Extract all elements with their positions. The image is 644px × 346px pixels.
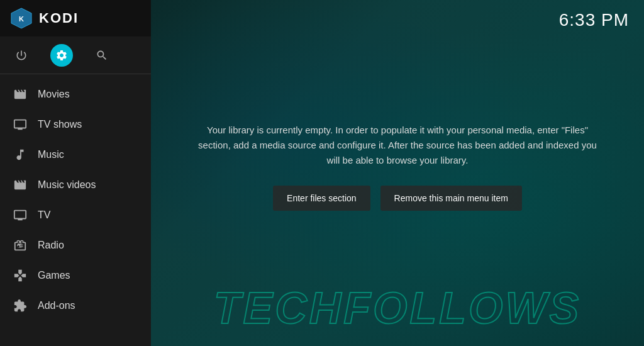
kodi-logo-icon: K [10,7,33,30]
sidebar-item-tv-label: TV [38,209,50,221]
music-videos-icon [13,177,28,193]
tv-icon [13,208,28,223]
search-button[interactable] [91,44,113,67]
action-buttons: Enter files section Remove this main men… [196,186,599,211]
watermark: TECHFOLLOWS [151,283,644,333]
app-title: KODI [39,10,79,26]
settings-button[interactable] [50,44,73,67]
svg-text:K: K [19,15,24,23]
sidebar-item-movies[interactable]: Movies [0,79,151,109]
movies-icon [13,87,28,102]
sidebar-header: K KODI [0,0,151,36]
sidebar-item-radio[interactable]: Radio [0,230,151,260]
games-icon [13,268,28,283]
music-icon [13,147,28,162]
sidebar-item-music-videos[interactable]: Music videos [0,170,151,200]
sidebar-item-radio-label: Radio [38,240,64,251]
sidebar-nav: Movies TV shows Music Music videos TV [0,74,151,346]
add-ons-icon [13,298,28,313]
sidebar-item-games[interactable]: Games [0,260,151,291]
main-content: 6:33 PM Your library is currently empty.… [151,0,644,346]
tv-shows-icon [13,117,28,132]
sidebar-item-music-videos-label: Music videos [38,179,96,191]
info-text: Your library is currently empty. In orde… [196,123,599,168]
sidebar-item-tv-shows-label: TV shows [38,119,82,130]
sidebar-item-tv[interactable]: TV [0,200,151,230]
time-display: 6:33 PM [559,10,629,30]
remove-menu-item-button[interactable]: Remove this main menu item [380,186,522,211]
sidebar-item-add-ons[interactable]: Add-ons [0,291,151,321]
sidebar-item-music-label: Music [38,149,64,160]
watermark-text: TECHFOLLOWS [214,284,581,333]
power-button[interactable] [10,44,33,67]
sidebar-top-icons [0,36,151,74]
sidebar-item-games-label: Games [38,270,70,281]
enter-files-section-button[interactable]: Enter files section [273,186,370,211]
sidebar: K KODI Movies TV shows [0,0,151,346]
sidebar-item-music[interactable]: Music [0,140,151,170]
radio-icon [13,238,28,253]
content-area: Your library is currently empty. In orde… [158,110,636,236]
sidebar-item-movies-label: Movies [38,89,70,100]
sidebar-item-tv-shows[interactable]: TV shows [0,109,151,140]
sidebar-item-add-ons-label: Add-ons [38,300,75,311]
